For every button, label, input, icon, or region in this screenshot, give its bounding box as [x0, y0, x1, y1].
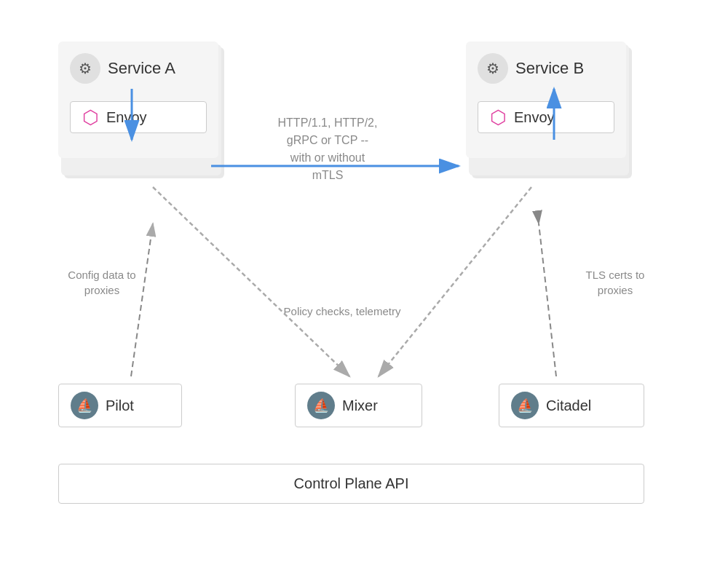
mixer-icon: ⛵: [307, 392, 335, 419]
service-a-text: Service A: [108, 59, 175, 78]
envoy-b-label: Envoy: [514, 109, 555, 126]
svg-line-8: [379, 187, 531, 376]
chip-b-icon: ⚙: [486, 60, 499, 77]
service-a-card-stack: ⚙ Service A ⬡ Envoy: [58, 41, 218, 158]
config-data-annotation: Config data to proxies: [58, 267, 146, 298]
protocol-label: HTTP/1.1, HTTP/2,gRPC or TCP --with or w…: [248, 114, 408, 184]
pilot-label: Pilot: [106, 397, 134, 414]
mixer-sail-icon: ⛵: [313, 397, 329, 413]
service-b-panel: ⚙ Service B ⬡ Envoy: [466, 41, 626, 158]
chip-icon: ⚙: [79, 60, 92, 77]
policy-checks-annotation: Policy checks, telemetry: [277, 304, 408, 319]
service-b-icon: ⚙: [478, 53, 508, 84]
envoy-b-hex-icon: ⬡: [490, 108, 507, 127]
svg-line-9: [131, 223, 153, 376]
config-data-text: Config data to proxies: [68, 269, 135, 296]
protocol-text: HTTP/1.1, HTTP/2,gRPC or TCP --with or w…: [278, 116, 378, 181]
service-a-card: ⚙ Service A ⬡ Envoy: [58, 41, 218, 158]
diagram: ⚙ Service A ⬡ Envoy ⚙ Service B: [36, 20, 692, 558]
pilot-icon: ⛵: [71, 392, 98, 419]
mixer-box: ⛵ Mixer: [295, 384, 422, 427]
citadel-label: Citadel: [546, 397, 591, 414]
envoy-a-label: Envoy: [106, 109, 147, 126]
citadel-icon: ⛵: [511, 392, 539, 419]
tls-certs-text: TLS certs to proxies: [586, 269, 645, 296]
control-plane-api-label: Control Plane API: [294, 475, 409, 492]
envoy-b-box: ⬡ Envoy: [478, 101, 614, 133]
service-b-card-stack: ⚙ Service B ⬡ Envoy: [466, 41, 626, 158]
mixer-label: Mixer: [342, 397, 378, 414]
service-a-icon: ⚙: [70, 53, 100, 84]
svg-line-7: [153, 187, 349, 376]
pilot-box: ⛵ Pilot: [58, 384, 182, 427]
policy-checks-text: Policy checks, telemetry: [284, 305, 401, 317]
service-b-card: ⚙ Service B ⬡ Envoy: [466, 41, 626, 158]
service-b-label: ⚙ Service B: [478, 53, 584, 84]
service-b-text: Service B: [515, 59, 584, 78]
service-a-panel: ⚙ Service A ⬡ Envoy: [58, 41, 218, 158]
pilot-sail-icon: ⛵: [76, 397, 92, 413]
envoy-a-hex-icon: ⬡: [82, 108, 99, 127]
svg-line-10: [539, 223, 556, 376]
service-a-label: ⚙ Service A: [70, 53, 175, 84]
envoy-a-box: ⬡ Envoy: [70, 101, 207, 133]
citadel-box: ⛵ Citadel: [499, 384, 644, 427]
citadel-sail-icon: ⛵: [517, 397, 533, 413]
control-plane-api-bar: Control Plane API: [58, 464, 644, 504]
tls-certs-annotation: TLS certs to proxies: [568, 267, 662, 298]
